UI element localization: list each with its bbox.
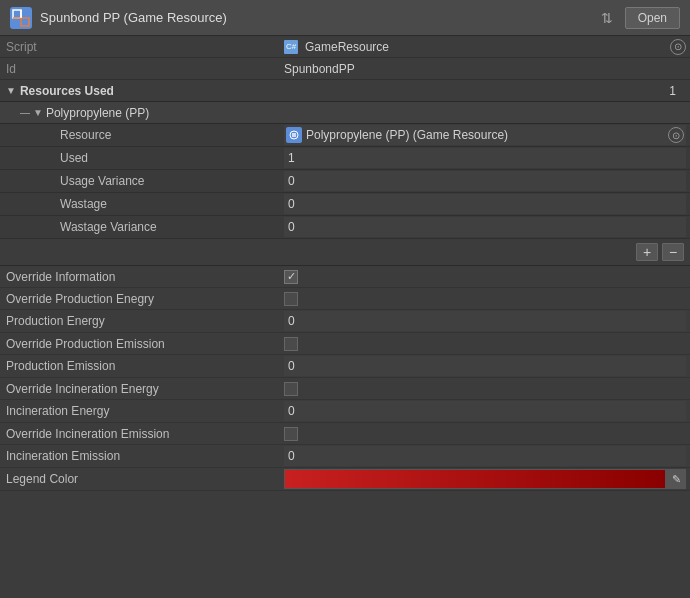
polypropylene-header: — ▼ Polypropylene (PP) xyxy=(0,102,690,124)
polypropylene-label: Polypropylene (PP) xyxy=(46,106,684,120)
used-input[interactable] xyxy=(284,148,686,168)
usage-variance-input[interactable] xyxy=(284,171,686,191)
arrows-icon-btn[interactable]: ⇅ xyxy=(597,8,617,28)
sub-arrow-icon: — xyxy=(20,107,30,118)
legend-color-edit-button[interactable]: ✎ xyxy=(666,469,686,489)
sub-arrow2-icon: ▼ xyxy=(33,107,43,118)
incineration-emission-input[interactable] xyxy=(284,446,686,466)
app-icon xyxy=(10,7,32,29)
incineration-emission-value xyxy=(280,445,690,467)
used-row: Used xyxy=(0,147,690,170)
production-emission-row: Production Emission xyxy=(0,355,690,378)
override-production-emission-row: Override Production Emission xyxy=(0,333,690,355)
script-circle-btn[interactable]: ⊙ xyxy=(670,39,686,55)
override-incineration-energy-checkbox[interactable] xyxy=(284,382,298,396)
override-information-checkbox[interactable]: ✓ xyxy=(284,270,298,284)
production-energy-value xyxy=(280,310,690,332)
id-value-text: SpunbondPP xyxy=(284,62,355,76)
production-energy-label: Production Energy xyxy=(0,312,280,330)
resource-input-wrapper[interactable]: Polypropylene (PP) (Game Resource) ⊙ xyxy=(284,125,686,145)
override-incineration-energy-value xyxy=(280,381,690,397)
production-emission-value xyxy=(280,355,690,377)
resources-used-value: 1 xyxy=(634,84,684,98)
incineration-energy-label: Incineration Energy xyxy=(0,402,280,420)
override-incineration-energy-label: Override Incineration Energy xyxy=(0,380,280,398)
incineration-emission-row: Incineration Emission xyxy=(0,445,690,468)
header-right: ⇅ Open xyxy=(597,7,680,29)
resource-circle-btn[interactable]: ⊙ xyxy=(668,127,684,143)
arrow-icon[interactable]: ▼ xyxy=(6,85,16,96)
override-information-label: Override Information xyxy=(0,268,280,286)
legend-color-row: Legend Color ✎ xyxy=(0,468,690,491)
resource-value: Polypropylene (PP) (Game Resource) ⊙ xyxy=(280,124,690,146)
production-energy-row: Production Energy xyxy=(0,310,690,333)
script-row: Script C# GameResource ⊙ xyxy=(0,36,690,58)
svg-rect-1 xyxy=(21,18,29,26)
override-information-value: ✓ xyxy=(280,269,690,285)
override-incineration-emission-checkbox[interactable] xyxy=(284,427,298,441)
override-production-emission-value xyxy=(280,336,690,352)
resource-label: Resource xyxy=(0,126,280,144)
override-production-energy-checkbox[interactable] xyxy=(284,292,298,306)
header-left: Spunbond PP (Game Resource) xyxy=(10,7,227,29)
wastage-label: Wastage xyxy=(0,195,280,213)
override-incineration-emission-row: Override Incineration Emission xyxy=(0,423,690,445)
script-label: Script xyxy=(0,38,280,56)
main-window: Spunbond PP (Game Resource) ⇅ Open Scrip… xyxy=(0,0,690,598)
wastage-value xyxy=(280,193,690,215)
wastage-variance-value xyxy=(280,216,690,238)
production-emission-input[interactable] xyxy=(284,356,686,376)
incineration-emission-label: Incineration Emission xyxy=(0,447,280,465)
production-emission-label: Production Emission xyxy=(0,357,280,375)
svg-rect-0 xyxy=(13,10,21,18)
header: Spunbond PP (Game Resource) ⇅ Open xyxy=(0,0,690,36)
legend-color-value: ✎ xyxy=(280,468,690,490)
wastage-row: Wastage xyxy=(0,193,690,216)
id-value: SpunbondPP xyxy=(280,60,690,78)
usage-variance-value xyxy=(280,170,690,192)
incineration-energy-row: Incineration Energy xyxy=(0,400,690,423)
add-resource-button[interactable]: + xyxy=(636,243,658,261)
content-area: Script C# GameResource ⊙ Id SpunbondPP ▼… xyxy=(0,36,690,598)
used-value xyxy=(280,147,690,169)
override-production-emission-checkbox[interactable] xyxy=(284,337,298,351)
wastage-input[interactable] xyxy=(284,194,686,214)
resources-used-section: ▼ Resources Used 1 xyxy=(0,80,690,102)
check-icon: ✓ xyxy=(287,270,296,283)
resource-game-icon xyxy=(286,127,302,143)
override-production-energy-value xyxy=(280,291,690,307)
resource-value-text: Polypropylene (PP) (Game Resource) xyxy=(304,128,668,142)
override-production-energy-label: Override Production Enegry xyxy=(0,290,280,308)
remove-resource-button[interactable]: − xyxy=(662,243,684,261)
script-value: C# GameResource ⊙ xyxy=(280,37,690,57)
script-icon: C# xyxy=(284,40,298,54)
wastage-variance-row: Wastage Variance xyxy=(0,216,690,239)
usage-variance-label: Usage Variance xyxy=(0,172,280,190)
svg-rect-5 xyxy=(292,133,296,137)
id-label: Id xyxy=(0,60,280,78)
override-production-emission-label: Override Production Emission xyxy=(0,335,280,353)
override-information-row: Override Information ✓ xyxy=(0,266,690,288)
override-incineration-emission-value xyxy=(280,426,690,442)
id-row: Id SpunbondPP xyxy=(0,58,690,80)
override-incineration-emission-label: Override Incineration Emission xyxy=(0,425,280,443)
resource-row: Resource Polypropylene (PP) (Game Resour… xyxy=(0,124,690,147)
incineration-energy-value xyxy=(280,400,690,422)
window-title: Spunbond PP (Game Resource) xyxy=(40,10,227,25)
color-swatch-wrapper: ✎ xyxy=(284,469,686,489)
wastage-variance-label: Wastage Variance xyxy=(0,218,280,236)
production-energy-input[interactable] xyxy=(284,311,686,331)
used-label: Used xyxy=(0,149,280,167)
incineration-energy-input[interactable] xyxy=(284,401,686,421)
legend-color-label: Legend Color xyxy=(0,470,280,488)
usage-variance-row: Usage Variance xyxy=(0,170,690,193)
resources-used-label: Resources Used xyxy=(20,84,634,98)
override-incineration-energy-row: Override Incineration Energy xyxy=(0,378,690,400)
override-production-energy-row: Override Production Enegry xyxy=(0,288,690,310)
wastage-variance-input[interactable] xyxy=(284,217,686,237)
plus-minus-row: + − xyxy=(0,239,690,266)
script-value-text: GameResource xyxy=(305,40,389,54)
legend-color-swatch[interactable] xyxy=(284,469,666,489)
open-button[interactable]: Open xyxy=(625,7,680,29)
